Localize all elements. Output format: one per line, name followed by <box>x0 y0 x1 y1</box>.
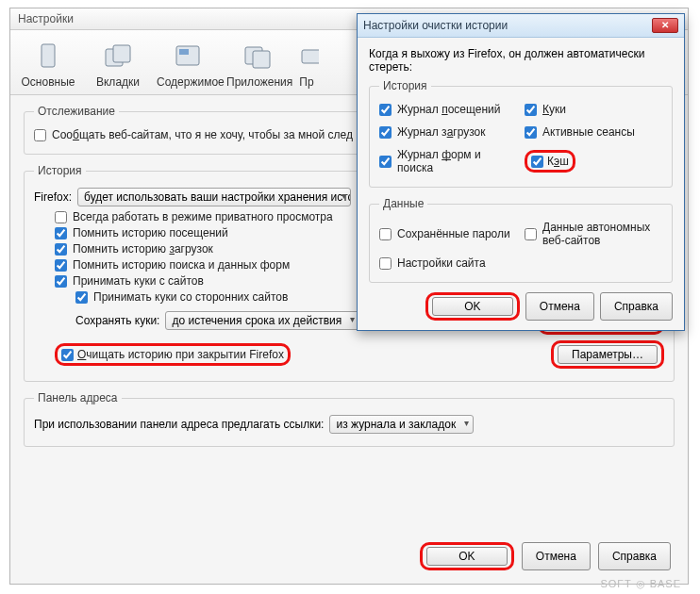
suggest-select[interactable]: из журнала и закладок <box>329 415 474 434</box>
main-ok-button[interactable]: OK <box>426 547 508 566</box>
keep-cookies-select[interactable]: до истечения срока их действия <box>165 311 359 330</box>
tab-label: Основные <box>17 75 79 89</box>
highlight-dialog-ok: OK <box>425 292 520 321</box>
apps-icon <box>242 41 273 71</box>
tabs-icon <box>103 41 133 71</box>
dialog-help-button[interactable]: Справка <box>600 292 673 321</box>
dialog-history-legend: История <box>379 79 431 92</box>
cb-sessions[interactable] <box>525 126 537 139</box>
lbl-cookies: Куки <box>542 103 566 116</box>
dialog-title-text: Настройки очистки истории <box>363 19 508 32</box>
cb-visits[interactable] <box>379 104 392 116</box>
tab-content[interactable]: Содержимое <box>154 36 222 94</box>
cb-passwords[interactable] <box>379 228 392 240</box>
dialog-data-group: Данные Сохранённые пароли Данные автоном… <box>369 197 673 283</box>
lbl-sessions: Активные сеансы <box>542 125 635 139</box>
tab-label: Вкладки <box>87 75 149 89</box>
thirdparty-cookies-label: Принимать куки со сторонних сайтов <box>93 290 288 304</box>
remember-downloads-checkbox[interactable] <box>55 243 67 256</box>
dialog-cancel-button[interactable]: Отмена <box>525 292 594 321</box>
tab-apps[interactable]: Приложения <box>224 36 292 94</box>
do-not-track-checkbox[interactable] <box>34 129 46 141</box>
cb-downloads[interactable] <box>379 126 392 139</box>
tab-label: Пр <box>296 75 317 89</box>
dialog-intro: Когда я выхожу из Firefox, он должен авт… <box>369 47 673 74</box>
remember-forms-checkbox[interactable] <box>55 259 67 272</box>
cb-siteprefs[interactable] <box>379 257 392 270</box>
tab-label: Содержимое <box>157 75 219 89</box>
highlight-cache: Кэш <box>525 150 575 173</box>
clear-history-dialog: Настройки очистки истории ✕ Когда я выхо… <box>357 13 685 331</box>
lbl-forms: Журнал форм и поиска <box>397 148 517 174</box>
private-mode-label: Всегда работать в режиме приватного прос… <box>73 210 333 223</box>
close-icon[interactable]: ✕ <box>652 18 678 33</box>
cb-offline[interactable] <box>525 228 537 240</box>
remember-forms-label: Помнить историю поиска и данных форм <box>73 258 290 272</box>
firefox-label: Firefox: <box>34 190 72 204</box>
lbl-siteprefs: Настройки сайта <box>397 256 486 270</box>
svg-rect-7 <box>302 50 320 63</box>
private-mode-checkbox[interactable] <box>55 211 67 223</box>
lbl-cache: Кэш <box>547 155 569 168</box>
addressbar-group: Панель адреса При использовании панели а… <box>24 391 675 447</box>
svg-rect-0 <box>42 44 55 67</box>
tab-general[interactable]: Основные <box>14 36 82 94</box>
dialog-history-group: История Журнал посещений Куки Журнал заг… <box>369 79 673 188</box>
svg-rect-6 <box>253 51 270 68</box>
main-help-button[interactable]: Справка <box>598 542 671 570</box>
tab-privacy-cut[interactable]: Пр <box>293 36 320 94</box>
lbl-visits: Журнал посещений <box>397 103 500 116</box>
history-legend: История <box>34 164 86 177</box>
clear-on-close-checkbox[interactable] <box>61 349 74 361</box>
dialog-body: Когда я выхожу из Firefox, он должен авт… <box>358 38 684 330</box>
dialog-titlebar: Настройки очистки истории ✕ <box>358 14 684 38</box>
accept-cookies-label: Принимать куки с сайтов <box>73 274 204 288</box>
highlight-clear-on-close: Очищать историю при закрытии Firefox <box>55 343 291 366</box>
cb-cache[interactable] <box>531 156 543 168</box>
clear-settings-button[interactable]: Параметры… <box>558 345 658 364</box>
content-icon <box>173 41 203 71</box>
highlight-params-btn: Параметры… <box>551 340 664 369</box>
do-not-track-label: Сообщать веб-сайтам, что я не хочу, чтоб… <box>52 128 353 141</box>
cb-cookies[interactable] <box>525 104 537 116</box>
tab-tabs[interactable]: Вкладки <box>84 36 152 94</box>
main-footer-buttons: OK Отмена Справка <box>420 542 671 570</box>
general-icon <box>33 41 63 71</box>
addressbar-legend: Панель адреса <box>34 391 122 404</box>
cb-forms[interactable] <box>379 156 392 168</box>
watermark: SOFT ◎ BASE <box>600 578 681 590</box>
svg-rect-4 <box>179 49 189 55</box>
clear-on-close-label: Очищать историю при закрытии Firefox <box>77 348 284 361</box>
dialog-data-legend: Данные <box>379 197 427 210</box>
accept-cookies-checkbox[interactable] <box>55 275 67 288</box>
lbl-passwords: Сохранённые пароли <box>397 227 510 240</box>
remember-visits-checkbox[interactable] <box>55 227 67 239</box>
lbl-offline: Данные автономных веб-сайтов <box>542 221 662 247</box>
lbl-downloads: Журнал загрузок <box>397 125 486 139</box>
dialog-ok-button[interactable]: OK <box>432 297 513 316</box>
dialog-buttons: OK Отмена Справка <box>369 292 673 321</box>
privacy-icon <box>296 41 320 71</box>
tab-label: Приложения <box>226 75 289 89</box>
remember-visits-label: Помнить историю посещений <box>73 226 228 239</box>
keep-cookies-label: Сохранять куки: <box>75 314 159 327</box>
remember-downloads-label: Помнить историю загрузок <box>73 242 213 256</box>
history-mode-select[interactable]: будет использовать ваши настройки хранен… <box>77 188 351 206</box>
svg-rect-2 <box>113 45 130 62</box>
main-cancel-button[interactable]: Отмена <box>522 542 591 570</box>
highlight-main-ok: OK <box>420 542 514 570</box>
thirdparty-cookies-checkbox[interactable] <box>75 291 88 304</box>
suggest-label: При использовании панели адреса предлага… <box>34 418 324 431</box>
tracking-legend: Отслеживание <box>34 105 119 118</box>
